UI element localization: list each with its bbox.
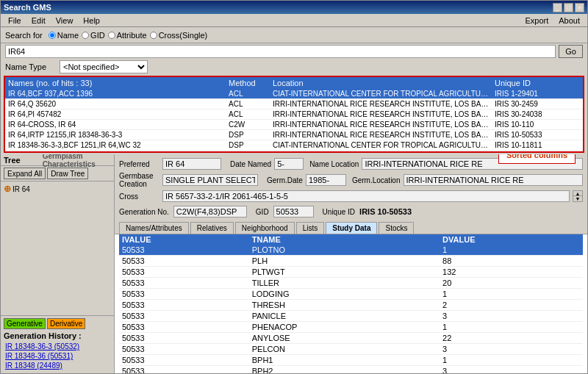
search-input-row: Go <box>1 43 587 60</box>
expand-all-button[interactable]: Expand All <box>4 168 46 179</box>
preferred-label: Preferred <box>119 160 159 168</box>
result-row[interactable]: IR 64,IET 9478ISEIndiaIRIS 10-679444 <box>5 151 583 153</box>
results-count: Names (no. of hits : 33) <box>7 79 227 87</box>
generation-input[interactable] <box>173 206 247 217</box>
close-button[interactable]: × <box>575 3 584 12</box>
menu-bar: File Edit View Help Export About <box>1 14 587 27</box>
results-panel: Names (no. of hits : 33) Method Location… <box>4 76 584 153</box>
tree-header: Tree Germplasm Characteristics <box>1 154 114 166</box>
derivative-badge[interactable]: Derivative <box>47 318 85 329</box>
radio-gid[interactable]: GID <box>82 31 105 40</box>
tab-stocks[interactable]: Stocks <box>379 222 414 234</box>
table-row[interactable]: 50533BPH11 <box>119 355 583 366</box>
results-col-location: Location <box>271 79 493 87</box>
cross-scroll-up[interactable]: ▲ <box>573 191 582 196</box>
tab-relatives[interactable]: Relatives <box>190 222 234 234</box>
maximize-button[interactable]: □ <box>564 3 573 12</box>
gid-input[interactable] <box>273 206 314 217</box>
go-button[interactable]: Go <box>559 45 583 58</box>
radio-name[interactable]: Name <box>49 31 79 40</box>
tab-lists[interactable]: Lists <box>296 222 325 234</box>
table-row[interactable]: 50533PLH88 <box>119 256 583 267</box>
tab-neighborhood[interactable]: Neighborhood <box>235 222 295 234</box>
germbase-creation-input[interactable] <box>162 174 258 186</box>
results-table: IR 64,BCF 937,ACC 1396ACLCIAT-INTERNATIO… <box>5 89 583 153</box>
germ-date-label: Germ.Date <box>267 176 303 184</box>
result-row[interactable]: IR 64,PI 457482ACLIRRI-INTERNATIONAL RIC… <box>5 109 583 120</box>
table-row[interactable]: 50533THRESH2 <box>119 300 583 311</box>
col-ivalue: IVALUE <box>119 234 249 245</box>
result-row[interactable]: IR 18348-36-3-3,BCF 1251,IR 64,WC 32DSPC… <box>5 140 583 151</box>
sorted-columns-label: Sorted columns <box>498 154 576 164</box>
generation-section: Generative Derivative Generation History… <box>1 315 114 373</box>
result-row[interactable]: IR 64,BCF 937,ACC 1396ACLCIAT-INTERNATIO… <box>5 89 583 99</box>
gid-label: GID <box>256 208 269 216</box>
tree-dot-icon: ⊕ <box>4 184 11 194</box>
table-row[interactable]: 50533PLOTNO1 <box>119 245 583 256</box>
export-button[interactable]: Export <box>520 15 553 26</box>
window-title: Search GMS <box>4 3 51 12</box>
nametype-row: Name Type <Not specified> <box>1 60 587 74</box>
table-row[interactable]: 50533PLTWGT132 <box>119 267 583 278</box>
search-for-label: Search for <box>5 31 43 40</box>
tree-item-ir64[interactable]: ⊕ IR 64 <box>4 183 111 195</box>
preferred-input[interactable] <box>162 158 221 170</box>
menu-edit[interactable]: Edit <box>27 15 50 26</box>
date-named-input[interactable] <box>274 158 304 170</box>
results-col-method: Method <box>227 79 271 87</box>
germ-location-label: Germ.Location <box>352 176 401 184</box>
gen-history-item-1[interactable]: IR 18348-36 (50531) <box>4 351 111 361</box>
menu-file[interactable]: File <box>4 15 26 26</box>
gen-history-item-0[interactable]: IR 18348-36-3 (50532) <box>4 342 111 351</box>
col-tname: TNAME <box>249 234 440 245</box>
germ-location-input[interactable] <box>404 174 584 186</box>
window-controls: _ □ × <box>553 3 584 12</box>
radio-cross[interactable]: Cross(Single) <box>150 31 208 40</box>
tree-buttons: Expand All Draw Tree <box>1 166 114 181</box>
unique-id-value: IRIS 10-50533 <box>359 207 412 216</box>
results-header: Names (no. of hits : 33) Method Location… <box>5 77 583 89</box>
tree-content: ⊕ IR 64 <box>1 181 114 315</box>
name-location-label: Name Location <box>309 160 359 168</box>
study-data-table: IVALUETNAMEDVALUE50533PLOTNO150533PLH885… <box>119 234 583 373</box>
cross-input[interactable] <box>162 190 570 202</box>
cross-scroll-down[interactable]: ▼ <box>573 196 582 201</box>
result-row[interactable]: IR 64-CROSS, IR 64C2WIRRI-INTERNATIONAL … <box>5 120 583 130</box>
germ-date-input[interactable] <box>306 174 346 186</box>
gen-history-item-2[interactable]: IR 18348 (24489) <box>4 361 111 370</box>
gen-history-title: Generation History : <box>4 331 111 340</box>
draw-tree-button[interactable]: Draw Tree <box>47 168 88 179</box>
study-data-table-container: IVALUETNAMEDVALUE50533PLOTNO150533PLH885… <box>115 234 587 373</box>
generation-label: Generation No. <box>119 208 169 216</box>
date-named-label: Date Named <box>230 160 271 168</box>
menu-view[interactable]: View <box>51 15 78 26</box>
tabs-row: Names/AttributesRelativesNeighborhoodLis… <box>115 220 587 234</box>
about-button[interactable]: About <box>554 15 584 26</box>
gen-history: Generation History : IR 18348-36-3 (5053… <box>4 330 111 372</box>
table-row[interactable]: 50533PELCON3 <box>119 344 583 355</box>
nametype-select[interactable]: <Not specified> <box>60 60 148 73</box>
table-row[interactable]: 50533PHENACOP1 <box>119 322 583 333</box>
generative-badge[interactable]: Generative <box>4 318 46 329</box>
cross-label: Cross <box>119 193 159 201</box>
search-options-bar: Search for Name GID Attribute Cross(Sing… <box>1 27 587 43</box>
tab-names-attributes[interactable]: Names/Attributes <box>119 222 189 234</box>
radio-attribute[interactable]: Attribute <box>108 31 147 40</box>
table-row[interactable]: 50533PANICLE3 <box>119 311 583 322</box>
tree-label: Tree <box>4 156 21 165</box>
table-row[interactable]: 50533TILLER20 <box>119 278 583 289</box>
nametype-label: Name Type <box>5 62 57 71</box>
search-input[interactable] <box>5 45 556 58</box>
main-area: Tree Germplasm Characteristics Expand Al… <box>1 154 587 373</box>
result-row[interactable]: IR 64,Q 35620ACLIRRI-INTERNATIONAL RICE … <box>5 99 583 109</box>
table-row[interactable]: 50533BPH23 <box>119 366 583 374</box>
result-row[interactable]: IR 64,IRTP 12155,IR 18348-36-3-3DSPIRRI-… <box>5 130 583 140</box>
tab-study-data[interactable]: Study Data <box>326 222 377 234</box>
menu-help[interactable]: Help <box>79 15 104 26</box>
minimize-button[interactable]: _ <box>553 3 562 12</box>
title-bar: Search GMS _ □ × <box>1 1 587 14</box>
table-row[interactable]: 50533ANYLOSE22 <box>119 333 583 344</box>
gen-header: Generative Derivative <box>4 317 111 330</box>
col-dvalue: DVALUE <box>440 234 583 245</box>
table-row[interactable]: 50533LODGING1 <box>119 289 583 300</box>
